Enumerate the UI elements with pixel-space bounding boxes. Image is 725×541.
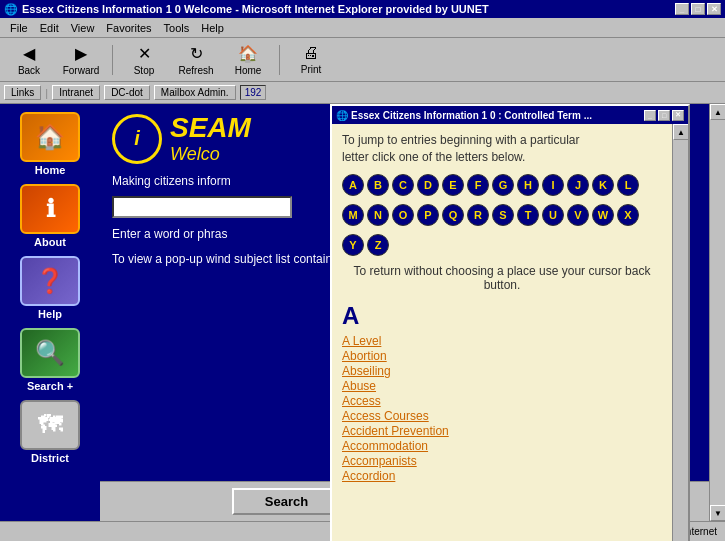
popup-close-button[interactable]: ✕ [672, 110, 684, 121]
welcome-text: Welco [170, 144, 251, 165]
letter-W[interactable]: W [592, 204, 614, 226]
menu-tools[interactable]: Tools [158, 20, 196, 36]
popup-title: Essex Citizens Information 1 0 : Control… [351, 110, 592, 121]
letter-M[interactable]: M [342, 204, 364, 226]
maximize-button[interactable]: □ [691, 3, 705, 15]
popup-link-2[interactable]: Abseiling [342, 364, 662, 378]
popup-link-7[interactable]: Accommodation [342, 439, 662, 453]
letter-F[interactable]: F [467, 174, 489, 196]
search-sidebar-icon: 🔍 [20, 328, 80, 378]
back-icon: ◀ [23, 44, 35, 63]
forward-icon: ▶ [75, 44, 87, 63]
print-label: Print [301, 64, 322, 75]
home-sidebar-label: Home [35, 164, 66, 176]
sidebar-item-district[interactable]: 🗺 District [5, 396, 95, 468]
letter-H[interactable]: H [517, 174, 539, 196]
back-label: Back [18, 65, 40, 76]
letter-O[interactable]: O [392, 204, 414, 226]
popup-scroll-up[interactable]: ▲ [673, 124, 688, 140]
toolbar-separator-2 [279, 45, 280, 75]
letter-Z[interactable]: Z [367, 234, 389, 256]
popup-instruction: To jump to entries beginning with a part… [342, 132, 662, 166]
letter-S[interactable]: S [492, 204, 514, 226]
main-scrollbar[interactable]: ▲ ▼ [709, 104, 725, 521]
mailbox-link[interactable]: Mailbox Admin. [154, 85, 236, 100]
letter-B[interactable]: B [367, 174, 389, 196]
about-sidebar-icon: ℹ [20, 184, 80, 234]
letter-I[interactable]: I [542, 174, 564, 196]
popup-link-9[interactable]: Accordion [342, 469, 662, 483]
letter-J[interactable]: J [567, 174, 589, 196]
intranet-link[interactable]: Intranet [52, 85, 100, 100]
letter-Y[interactable]: Y [342, 234, 364, 256]
refresh-button[interactable]: ↻ Refresh [171, 41, 221, 79]
sidebar-item-search[interactable]: 🔍 Search + [5, 324, 95, 396]
back-button[interactable]: ◀ Back [4, 41, 54, 79]
sidebar-item-home[interactable]: 🏠 Home [5, 108, 95, 180]
popup-link-0[interactable]: A Level [342, 334, 662, 348]
letter-E[interactable]: E [442, 174, 464, 196]
minimize-button[interactable]: _ [675, 3, 689, 15]
popup-minimize-button[interactable]: _ [644, 110, 656, 121]
print-button[interactable]: 🖨 Print [286, 41, 336, 79]
home-button[interactable]: 🏠 Home [223, 41, 273, 79]
window-title: Essex Citizens Information 1 0 Welcome -… [22, 3, 489, 15]
letter-L[interactable]: L [617, 174, 639, 196]
sidebar-item-help[interactable]: ❓ Help [5, 252, 95, 324]
forward-button[interactable]: ▶ Forward [56, 41, 106, 79]
refresh-label: Refresh [178, 65, 213, 76]
popup-link-5[interactable]: Access Courses [342, 409, 662, 423]
letter-grid-2: MNOPQRSTUVWX [342, 204, 662, 226]
links-button[interactable]: Links [4, 85, 41, 100]
popup-window: 🌐 Essex Citizens Information 1 0 : Contr… [330, 104, 690, 541]
popup-link-6[interactable]: Accident Prevention [342, 424, 662, 438]
menu-edit[interactable]: Edit [34, 20, 65, 36]
letter-T[interactable]: T [517, 204, 539, 226]
home-sidebar-icon: 🏠 [20, 112, 80, 162]
stop-button[interactable]: ✕ Stop [119, 41, 169, 79]
search-input[interactable] [112, 196, 292, 218]
menu-favorites[interactable]: Favorites [100, 20, 157, 36]
popup-maximize-button[interactable]: □ [658, 110, 670, 121]
scroll-up-button[interactable]: ▲ [710, 104, 725, 120]
refresh-icon: ↻ [190, 44, 203, 63]
dcdot-link[interactable]: DC-dot [104, 85, 150, 100]
letter-grid: ABCDEFGHIJKL [342, 174, 662, 196]
search-button[interactable]: Search [232, 488, 342, 515]
scroll-down-button[interactable]: ▼ [710, 505, 725, 521]
popup-link-3[interactable]: Abuse [342, 379, 662, 393]
about-sidebar-label: About [34, 236, 66, 248]
letter-V[interactable]: V [567, 204, 589, 226]
links-separator: | [45, 87, 48, 99]
letter-G[interactable]: G [492, 174, 514, 196]
letter-U[interactable]: U [542, 204, 564, 226]
print-icon: 🖨 [303, 44, 319, 62]
letter-Q[interactable]: Q [442, 204, 464, 226]
home-icon: 🏠 [238, 44, 258, 63]
letter-D[interactable]: D [417, 174, 439, 196]
popup-icon: 🌐 [336, 110, 348, 121]
letter-P[interactable]: P [417, 204, 439, 226]
stop-label: Stop [134, 65, 155, 76]
popup-link-1[interactable]: Abortion [342, 349, 662, 363]
help-sidebar-label: Help [38, 308, 62, 320]
popup-title-bar: 🌐 Essex Citizens Information 1 0 : Contr… [332, 106, 688, 124]
sidebar-item-about[interactable]: ℹ About [5, 180, 95, 252]
letter-N[interactable]: N [367, 204, 389, 226]
letter-C[interactable]: C [392, 174, 414, 196]
popup-content: To jump to entries beginning with a part… [332, 124, 672, 541]
popup-link-4[interactable]: Access [342, 394, 662, 408]
letter-A[interactable]: A [342, 174, 364, 196]
popup-link-8[interactable]: Accompanists [342, 454, 662, 468]
window-icon: 🌐 [4, 3, 18, 16]
ip-display: 192 [240, 85, 267, 100]
title-bar: 🌐 Essex Citizens Information 1 0 Welcome… [0, 0, 725, 18]
menu-view[interactable]: View [65, 20, 101, 36]
letter-K[interactable]: K [592, 174, 614, 196]
close-button[interactable]: ✕ [707, 3, 721, 15]
menu-help[interactable]: Help [195, 20, 230, 36]
letter-X[interactable]: X [617, 204, 639, 226]
letter-R[interactable]: R [467, 204, 489, 226]
links-bar: Links | Intranet DC-dot Mailbox Admin. 1… [0, 82, 725, 104]
menu-file[interactable]: File [4, 20, 34, 36]
